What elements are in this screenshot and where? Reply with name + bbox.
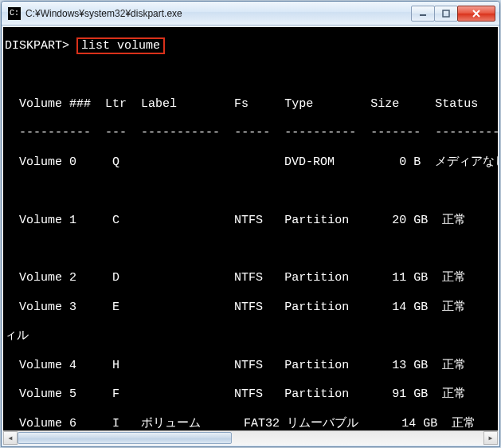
cell: 正常 (442, 359, 466, 372)
hdr-size: Size (370, 97, 399, 111)
cell: C (112, 214, 119, 227)
close-button[interactable] (457, 6, 495, 22)
cell: 正常 (452, 417, 476, 430)
scroll-right-button[interactable]: ▶ (483, 431, 498, 445)
table-header: Volume ### Ltr Label Fs Type Size Status… (5, 97, 496, 111)
hdr-label: Label (141, 97, 177, 111)
div: ---------- (19, 126, 91, 140)
cell: 正常 (442, 387, 466, 401)
cell: リムーバブル (287, 417, 358, 430)
cell: メディアなし (435, 155, 498, 169)
div: ------- (370, 126, 421, 140)
cell: 13 GB (392, 359, 428, 372)
cell: Partition (284, 359, 349, 372)
cell: I (112, 417, 119, 430)
hdr-ltr: Ltr (105, 97, 127, 111)
cell: ボリューム (141, 417, 201, 430)
cell: 正常 (442, 271, 466, 285)
window-buttons (412, 6, 495, 22)
cell: 14 GB (392, 301, 428, 314)
table-row: Volume 1 C NTFS Partition 20 GB 正常 システ (5, 214, 496, 227)
table-divider: ---------- --- ----------- ----- -------… (5, 126, 496, 140)
cell: 11 GB (392, 271, 428, 285)
cell: Volume 5 (19, 387, 76, 401)
table-row: Volume 6 I ボリューム FAT32 リムーバブル 14 GB 正常 (5, 417, 496, 430)
scroll-left-button[interactable]: ◀ (3, 431, 18, 445)
cell: 91 GB (392, 387, 428, 401)
cell: H (112, 359, 119, 372)
titlebar[interactable]: C: C:¥Windows¥system32¥diskpart.exe (2, 2, 499, 26)
table-row: Volume 2 D NTFS Partition 11 GB 正常 (5, 271, 496, 285)
cell: Partition (284, 271, 349, 285)
minimize-button[interactable] (411, 6, 435, 22)
cell: 20 GB (392, 214, 428, 227)
console-area: DISKPART> list volume Volume ### Ltr Lab… (2, 26, 499, 446)
console-output[interactable]: DISKPART> list volume Volume ### Ltr Lab… (3, 27, 498, 430)
cell: Volume 6 (19, 417, 76, 430)
table-row: Volume 0 Q DVD-ROM 0 B メディアなし (5, 155, 496, 169)
cell: 正常 (442, 214, 466, 227)
div: ---------- (284, 126, 356, 140)
hdr-status: Status (435, 97, 478, 111)
hdr-type: Type (284, 97, 313, 111)
div: --------- (435, 126, 498, 140)
div: ----------- (141, 126, 220, 140)
maximize-button[interactable] (434, 6, 458, 22)
hdr-volume: Volume ### (19, 97, 91, 111)
table-row: Volume 4 H NTFS Partition 13 GB 正常 (5, 359, 496, 372)
window-title: C:¥Windows¥system32¥diskpart.exe (25, 8, 412, 19)
cell: DVD-ROM (284, 155, 335, 169)
cell: E (112, 301, 119, 314)
div: ----- (234, 126, 270, 140)
app-icon: C: (8, 7, 21, 20)
cell: D (112, 271, 119, 285)
prompt: DISKPART> (5, 39, 69, 53)
cell: Volume 4 (19, 359, 76, 372)
cell: F (112, 387, 119, 401)
scroll-track[interactable] (18, 431, 483, 445)
cell: 0 B (399, 155, 421, 169)
cell: Partition (284, 387, 349, 401)
cell: FAT32 (244, 417, 280, 430)
scroll-thumb[interactable] (18, 432, 232, 444)
cell: Q (112, 155, 119, 169)
div: --- (105, 126, 127, 140)
horizontal-scrollbar[interactable]: ◀ ▶ (3, 430, 498, 445)
table-row: Volume 5 F NTFS Partition 91 GB 正常 (5, 387, 496, 401)
svg-rect-1 (443, 10, 449, 17)
cell: Volume 3 (19, 301, 76, 314)
cell: Partition (284, 214, 349, 227)
cell: Volume 2 (19, 271, 76, 285)
cmd-list-volume: list volume (76, 37, 165, 54)
cell: Partition (284, 301, 349, 314)
cell: 14 GB (401, 417, 437, 430)
cell: 正常 (442, 301, 466, 314)
cell: NTFS (234, 214, 263, 227)
cell: Volume 1 (19, 214, 76, 227)
wrap-line: ィル (5, 329, 496, 343)
cell: NTFS (234, 359, 263, 372)
cell: Volume 0 (19, 155, 76, 169)
console-window: C: C:¥Windows¥system32¥diskpart.exe DISK… (1, 1, 500, 447)
table-row: Volume 3 E NTFS Partition 14 GB 正常 ペー (5, 301, 496, 314)
cell: NTFS (234, 301, 263, 314)
cell: NTFS (234, 271, 263, 285)
hdr-fs: Fs (234, 97, 249, 111)
cell: NTFS (234, 387, 263, 401)
